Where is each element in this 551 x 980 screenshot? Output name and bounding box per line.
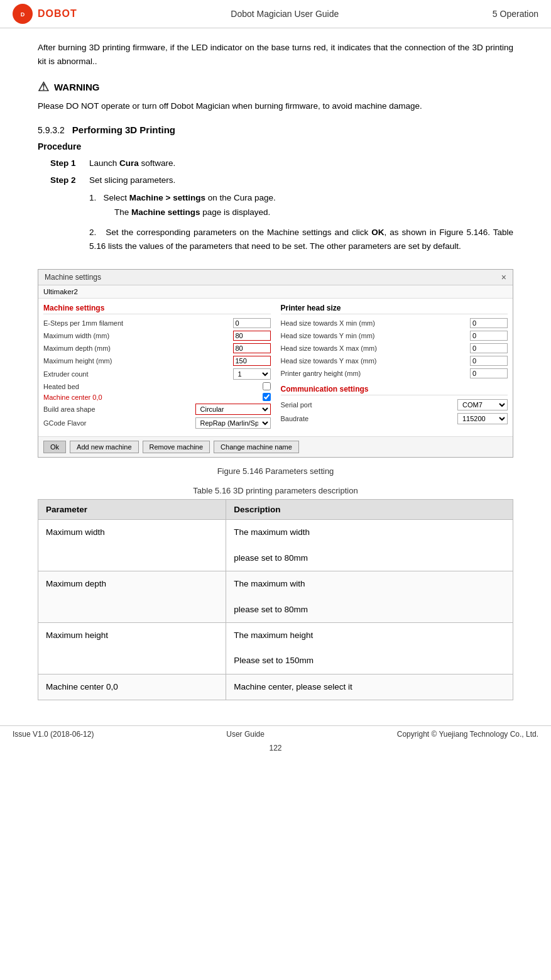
head-x-min-label: Head size towards X min (mm) xyxy=(281,319,471,327)
head-y-max-label: Head size towards Y max (mm) xyxy=(281,357,471,365)
param-max-width: Maximum width xyxy=(38,520,226,571)
step-2-content: Set slicing parameters. 1. Select Machin… xyxy=(89,173,513,260)
page-footer: Issue V1.0 (2018-06-12) User Guide Copyr… xyxy=(0,725,551,742)
param-max-height: Maximum height xyxy=(38,622,226,674)
build-area-select[interactable]: Circular Rectangular xyxy=(195,404,271,415)
max-depth-row: Maximum depth (mm) xyxy=(43,343,271,353)
logo-area: D DOBOT xyxy=(13,4,77,24)
remove-machine-button[interactable]: Remove machine xyxy=(143,441,210,453)
footer-right: Copyright © Yuejiang Technology Co., Ltd… xyxy=(397,730,538,739)
step-2-label: Step 2 xyxy=(50,173,82,260)
footer-page-number: 122 xyxy=(0,744,551,752)
e-steps-label: E-Steps per 1mm filament xyxy=(43,319,233,327)
change-machine-name-button[interactable]: Change machine name xyxy=(214,441,299,453)
header-title: Dobot Magician User Guide xyxy=(231,9,339,19)
head-x-min-row: Head size towards X min (mm) xyxy=(281,318,508,328)
extruder-count-label: Extruder count xyxy=(43,370,233,378)
gantry-height-input[interactable] xyxy=(470,368,508,378)
warning-text: Please DO NOT operate or turn off Dobot … xyxy=(38,99,513,113)
head-x-max-label: Head size towards X max (mm) xyxy=(281,344,471,352)
extruder-count-row: Extruder count 1 xyxy=(43,368,271,380)
param-table: Parameter Description Maximum width The … xyxy=(38,499,513,700)
desc-max-width: The maximum widthplease set to 80mm xyxy=(226,520,513,571)
comm-settings-section-title: Communication settings xyxy=(281,385,508,395)
table-row: Maximum height The maximum heightPlease … xyxy=(38,622,513,674)
table-row: Maximum width The maximum widthplease se… xyxy=(38,520,513,571)
param-machine-center: Machine center 0,0 xyxy=(38,674,226,700)
gantry-height-label: Printer gantry height (mm) xyxy=(281,370,471,377)
max-width-input[interactable] xyxy=(233,331,271,341)
table-row: Maximum depth The maximum withplease set… xyxy=(38,571,513,623)
steps-container: Step 1 Launch Cura software. Step 2 Set … xyxy=(50,157,513,261)
footer-center: User Guide xyxy=(226,730,265,739)
add-new-machine-button[interactable]: Add new machine xyxy=(70,441,138,453)
head-y-max-input[interactable] xyxy=(470,356,508,366)
printer-head-section-title: Printer head size xyxy=(281,304,508,314)
head-x-min-input[interactable] xyxy=(470,318,508,328)
page-header: D DOBOT Dobot Magician User Guide 5 Oper… xyxy=(0,0,551,28)
max-depth-label: Maximum depth (mm) xyxy=(43,344,233,352)
e-steps-input[interactable] xyxy=(233,318,271,328)
table-row: Machine center 0,0 Machine center, pleas… xyxy=(38,674,513,700)
header-section: 5 Operation xyxy=(493,9,538,19)
svg-text:D: D xyxy=(21,11,25,18)
sub-step-2-num: 2. xyxy=(89,228,102,237)
sub-step-2: 2. Set the corresponding parameters on t… xyxy=(89,226,513,255)
baudrate-select[interactable]: 115200 xyxy=(457,413,508,424)
step-2-text: Set slicing parameters. xyxy=(89,175,175,185)
dialog-machine-name-row: Ultimaker2 xyxy=(38,285,513,299)
heated-bed-row: Heated bed xyxy=(43,382,271,390)
machine-center-label: Machine center 0,0 xyxy=(43,394,260,401)
table-caption: Table 5.16 3D printing parameters descri… xyxy=(38,486,513,495)
build-area-label: Build area shape xyxy=(43,405,195,413)
gcode-flavor-label: GCode Flavor xyxy=(43,419,195,427)
head-x-max-input[interactable] xyxy=(470,343,508,353)
col-header-parameter: Parameter xyxy=(38,500,226,520)
section-number: 5.9.3.2 xyxy=(38,125,65,135)
baudrate-row: Baudrate 115200 xyxy=(281,413,508,424)
heated-bed-checkbox[interactable] xyxy=(263,382,271,390)
max-depth-input[interactable] xyxy=(233,343,271,353)
sub-steps: 1. Select Machine > settings on the Cura… xyxy=(89,191,513,254)
dialog-buttons-bar: Ok Add new machine Remove machine Change… xyxy=(38,436,513,457)
warning-block: ⚠ WARNING Please DO NOT operate or turn … xyxy=(38,79,513,113)
head-y-min-row: Head size towards Y min (mm) xyxy=(281,331,508,341)
sub-step-1-num: 1. xyxy=(89,193,101,202)
head-y-min-label: Head size towards Y min (mm) xyxy=(281,332,471,339)
dialog-close-button[interactable]: × xyxy=(501,272,506,282)
head-x-max-row: Head size towards X max (mm) xyxy=(281,343,508,353)
max-height-input[interactable] xyxy=(233,356,271,366)
main-content: After burning 3D printing firmware, if t… xyxy=(0,28,551,713)
serial-port-label: Serial port xyxy=(281,401,458,409)
sub-step-1: 1. Select Machine > settings on the Cura… xyxy=(89,191,513,219)
e-steps-row: E-Steps per 1mm filament xyxy=(43,318,271,328)
footer-left: Issue V1.0 (2018-06-12) xyxy=(13,730,94,739)
machine-settings-section-title: Machine settings xyxy=(43,304,271,314)
max-height-label: Maximum height (mm) xyxy=(43,357,233,365)
gcode-flavor-select[interactable]: RepRap (Marlin/Sprinter) xyxy=(195,417,271,429)
max-width-label: Maximum width (mm) xyxy=(43,332,233,339)
heated-bed-label: Heated bed xyxy=(43,383,260,390)
gcode-flavor-row: GCode Flavor RepRap (Marlin/Sprinter) xyxy=(43,417,271,429)
extruder-count-select[interactable]: 1 xyxy=(233,368,271,380)
dialog-title-text: Machine settings xyxy=(45,273,101,282)
serial-port-select[interactable]: COM7 xyxy=(457,399,508,410)
head-y-max-row: Head size towards Y max (mm) xyxy=(281,356,508,366)
section-heading: 5.9.3.2 Performing 3D Printing xyxy=(38,124,513,135)
machine-center-row: Machine center 0,0 xyxy=(43,393,271,401)
dialog-titlebar: Machine settings × xyxy=(38,270,513,285)
head-y-min-input[interactable] xyxy=(470,331,508,341)
machine-center-checkbox[interactable] xyxy=(263,393,271,401)
step-2: Step 2 Set slicing parameters. 1. Select… xyxy=(50,173,513,260)
warning-label: WARNING xyxy=(54,82,100,92)
dialog-right-panel: Printer head size Head size towards X mi… xyxy=(281,304,508,431)
max-width-row: Maximum width (mm) xyxy=(43,331,271,341)
baudrate-label: Baudrate xyxy=(281,415,458,422)
serial-port-row: Serial port COM7 xyxy=(281,399,508,410)
max-height-row: Maximum height (mm) xyxy=(43,356,271,366)
machine-settings-dialog: Machine settings × Ultimaker2 Machine se… xyxy=(38,269,513,458)
gantry-height-row: Printer gantry height (mm) xyxy=(281,368,508,378)
warning-title: ⚠ WARNING xyxy=(38,79,513,94)
desc-max-depth: The maximum withplease set to 80mm xyxy=(226,571,513,623)
ok-button[interactable]: Ok xyxy=(43,441,66,453)
